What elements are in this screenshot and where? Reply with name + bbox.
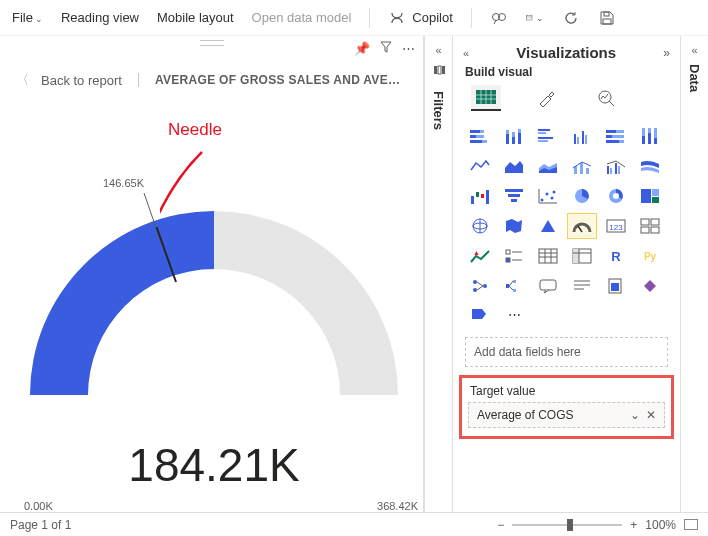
svg-point-74: [613, 193, 619, 199]
viz-r[interactable]: R: [601, 243, 631, 269]
viz-pie[interactable]: [567, 183, 597, 209]
viz-stacked-bar[interactable]: [465, 123, 495, 149]
back-chevron-icon[interactable]: 〈: [16, 71, 29, 89]
viz-line[interactable]: [465, 153, 495, 179]
svg-rect-6: [603, 19, 611, 24]
visual-title: AVERAGE OF GROSS SALES AND AVERAG...: [138, 73, 407, 87]
svg-rect-75: [641, 189, 651, 203]
viz-ribbon[interactable]: [635, 153, 665, 179]
viz-clustered-bar[interactable]: [533, 123, 563, 149]
viz-map[interactable]: [465, 213, 495, 239]
viz-line-clustered[interactable]: [601, 153, 631, 179]
file-menu[interactable]: File⌄: [12, 10, 43, 25]
viz-key-influencers[interactable]: [465, 273, 495, 299]
svg-line-107: [477, 282, 483, 286]
svg-rect-47: [642, 136, 645, 144]
viz-azure-map[interactable]: [533, 213, 563, 239]
remove-field-icon[interactable]: ✕: [646, 408, 656, 422]
zoom-out-button[interactable]: −: [497, 518, 504, 532]
reading-view-button[interactable]: Reading view: [61, 10, 139, 25]
find-icon[interactable]: [490, 9, 508, 27]
svg-point-105: [473, 288, 477, 292]
viz-kpi[interactable]: ▲: [465, 243, 495, 269]
tab-build[interactable]: [471, 85, 501, 111]
filters-pane-label[interactable]: Filters: [431, 91, 446, 130]
save-icon[interactable]: [598, 9, 616, 27]
svg-rect-34: [538, 137, 553, 139]
filter-icon[interactable]: [380, 41, 392, 56]
svg-rect-91: [506, 258, 510, 262]
viz-python[interactable]: Py: [635, 243, 665, 269]
view-menu[interactable]: ⌄: [526, 9, 544, 27]
viz-powerapps[interactable]: [635, 273, 665, 299]
svg-rect-76: [652, 189, 659, 196]
viz-area[interactable]: [499, 153, 529, 179]
more-icon[interactable]: ⋯: [402, 41, 415, 56]
viz-donut[interactable]: [601, 183, 631, 209]
svg-rect-38: [582, 131, 584, 144]
build-visual-label: Build visual: [453, 63, 680, 85]
add-data-fields-well[interactable]: Add data fields here: [465, 337, 668, 367]
viz-slicer[interactable]: [499, 243, 529, 269]
viz-qa[interactable]: [533, 273, 563, 299]
viz-stacked-column[interactable]: [499, 123, 529, 149]
back-to-report[interactable]: Back to report: [41, 73, 122, 88]
svg-rect-89: [506, 250, 510, 254]
svg-rect-87: [651, 227, 659, 233]
viz-100-stacked-column[interactable]: [635, 123, 665, 149]
fit-page-icon[interactable]: [684, 519, 698, 530]
svg-rect-36: [574, 134, 576, 144]
viz-funnel[interactable]: [499, 183, 529, 209]
viz-collapse-icon[interactable]: «: [463, 47, 469, 59]
viz-waterfall[interactable]: [465, 183, 495, 209]
svg-rect-59: [471, 196, 474, 204]
pin-icon[interactable]: 📌: [354, 41, 370, 56]
viz-clustered-column[interactable]: [567, 123, 597, 149]
svg-point-68: [551, 197, 554, 200]
target-value-field[interactable]: Average of COGS ⌄ ✕: [468, 402, 665, 428]
viz-stacked-area[interactable]: [533, 153, 563, 179]
chevron-down-icon[interactable]: ⌄: [630, 408, 640, 422]
refresh-icon[interactable]: [562, 9, 580, 27]
zoom-in-button[interactable]: +: [630, 518, 637, 532]
svg-rect-39: [585, 135, 587, 144]
viz-gauge[interactable]: [567, 213, 597, 239]
zoom-slider[interactable]: [512, 524, 622, 526]
viz-more[interactable]: ⋯: [499, 301, 529, 327]
viz-matrix[interactable]: [567, 243, 597, 269]
viz-decomposition[interactable]: [499, 273, 529, 299]
viz-line-stacked[interactable]: [567, 153, 597, 179]
viz-100-stacked-bar[interactable]: [601, 123, 631, 149]
viz-filled-map[interactable]: [499, 213, 529, 239]
viz-expand-icon[interactable]: »: [663, 46, 670, 60]
data-pane-label[interactable]: Data: [687, 64, 702, 92]
viz-card[interactable]: 123: [601, 213, 631, 239]
data-collapse-icon[interactable]: «: [691, 44, 697, 56]
svg-line-81: [578, 226, 582, 232]
viz-narrative[interactable]: [567, 273, 597, 299]
tab-analytics[interactable]: [591, 85, 621, 111]
gauge-needle-label: 146.65K: [103, 177, 144, 189]
target-value-field-text: Average of COGS: [477, 408, 574, 422]
svg-rect-55: [607, 166, 609, 174]
viz-multi-card[interactable]: [635, 213, 665, 239]
svg-rect-30: [518, 133, 521, 144]
svg-point-69: [553, 191, 556, 194]
viz-scatter[interactable]: [533, 183, 563, 209]
gauge-value: 184.21K: [10, 438, 418, 492]
tab-format[interactable]: [531, 85, 561, 111]
viz-automate[interactable]: [465, 301, 495, 327]
copilot-button[interactable]: Copilot: [388, 9, 452, 27]
viz-paginated[interactable]: [601, 273, 631, 299]
svg-rect-65: [511, 199, 517, 202]
target-value-callout: Target value Average of COGS ⌄ ✕: [459, 375, 674, 439]
mobile-layout-button[interactable]: Mobile layout: [157, 10, 234, 25]
svg-rect-24: [470, 140, 482, 143]
filters-collapse-icon[interactable]: «: [435, 44, 441, 56]
target-value-label: Target value: [468, 384, 665, 402]
gauge-chart: [10, 180, 418, 420]
svg-point-104: [473, 280, 477, 284]
visualizations-title: Visualizations: [516, 44, 616, 61]
viz-table[interactable]: [533, 243, 563, 269]
viz-treemap[interactable]: [635, 183, 665, 209]
